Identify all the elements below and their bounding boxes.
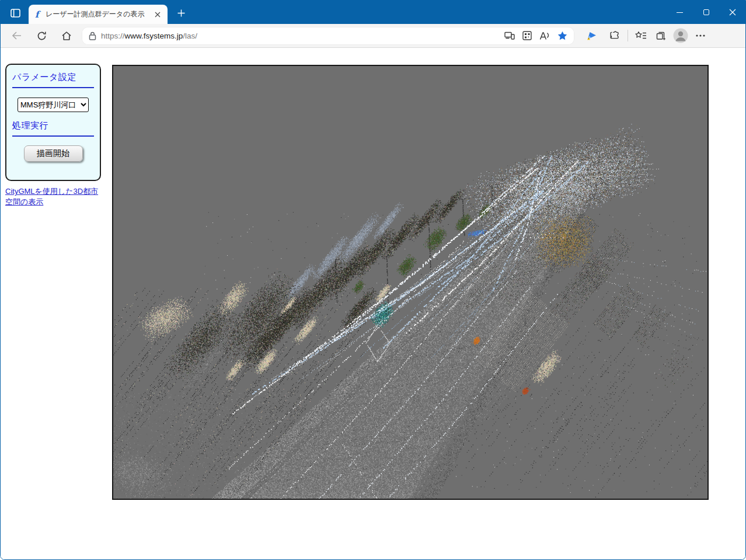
pointcloud-viewer-canvas[interactable] [112, 65, 709, 500]
tab-title: レーザー計測点群データの表示 [46, 9, 152, 19]
profile-button[interactable] [671, 26, 691, 46]
maximize-button[interactable] [693, 1, 719, 24]
more-ellipsis-icon [696, 34, 705, 37]
tab-actions-menu-button[interactable] [8, 6, 22, 20]
qr-code-button[interactable] [518, 27, 536, 44]
url-host: www.fsystems.jp [125, 32, 183, 40]
site-security-lock-icon[interactable] [89, 32, 96, 40]
toolbar-separator [628, 30, 628, 41]
read-aloud-button[interactable] [536, 27, 553, 44]
window-controls [667, 1, 745, 24]
url-scheme: https:// [101, 32, 125, 40]
close-button[interactable] [719, 1, 745, 24]
back-button[interactable] [6, 26, 26, 46]
draw-start-button[interactable]: 描画開始 [24, 145, 83, 162]
tab-close-icon[interactable] [152, 9, 163, 20]
minimize-icon [677, 12, 683, 13]
web-page: パラメータ設定 MMS狩野川河口 処理実行 描画開始 CityGMLを使用した3… [1, 48, 745, 560]
refresh-button[interactable] [32, 26, 51, 46]
favorites-button[interactable] [631, 26, 651, 46]
extensions-button[interactable] [605, 26, 625, 46]
close-icon [729, 9, 736, 16]
home-button[interactable] [57, 26, 76, 46]
browser-tab[interactable]: f レーザー計測点群データの表示 [29, 5, 168, 24]
devices-icon [504, 32, 515, 40]
favorite-star-filled-icon [557, 31, 567, 40]
settings-menu-button[interactable] [691, 26, 710, 46]
url-text[interactable]: https://www.fsystems.jp/las/ [101, 32, 501, 40]
address-bar[interactable]: https://www.fsystems.jp/las/ [82, 27, 574, 45]
site-favicon-icon: f [35, 9, 46, 20]
extensions-puzzle-icon [609, 30, 620, 41]
read-aloud-icon [539, 32, 550, 40]
collections-button[interactable] [651, 26, 671, 46]
browser-window: f レーザー計測点群データの表示 [0, 0, 746, 560]
title-bar: f レーザー計測点群データの表示 [1, 1, 745, 24]
qr-code-icon [522, 31, 532, 40]
workspaces-icon [11, 9, 20, 18]
favorite-star-button[interactable] [553, 27, 571, 44]
parameter-settings-heading: パラメータ設定 [12, 72, 94, 88]
dataset-select[interactable]: MMS狩野川河口 [18, 98, 89, 112]
profile-avatar-icon [673, 28, 688, 43]
parameter-panel: パラメータ設定 MMS狩野川河口 処理実行 描画開始 [5, 64, 101, 181]
url-path: /las/ [183, 32, 197, 40]
browser-toolbar: https://www.fsystems.jp/las/ [1, 24, 745, 48]
process-execute-heading: 処理実行 [12, 120, 94, 137]
maximize-icon [703, 9, 709, 15]
send-to-devices-button[interactable] [501, 27, 518, 44]
favorites-star-list-icon [635, 31, 647, 40]
new-tab-button[interactable] [175, 6, 187, 19]
security-extension-icon [586, 31, 597, 41]
citygml-3d-city-link[interactable]: CityGMLを使用した3D都市空間の表示 [5, 186, 100, 207]
security-extension-button[interactable] [581, 26, 601, 46]
minimize-button[interactable] [667, 1, 693, 24]
collections-icon [656, 30, 666, 41]
